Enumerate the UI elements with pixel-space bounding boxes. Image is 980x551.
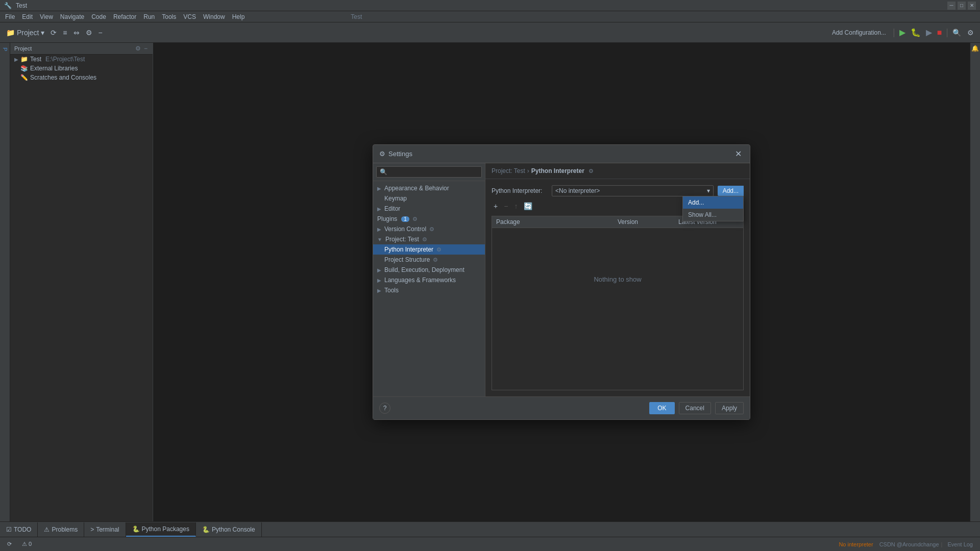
tree-item-test[interactable]: ▶ 📁 Test E:\Project\Test [10, 55, 153, 64]
status-bar: ⟳ ⚠ 0 No interpreter CSDN @Aroundchange … [0, 537, 980, 551]
debug-button[interactable]: 🐛 [909, 27, 923, 38]
settings-item-vcs[interactable]: ▶ Version Control ⚙ [373, 224, 485, 234]
project-dropdown[interactable]: 📁 Project ▾ [4, 28, 46, 38]
settings-search-input[interactable] [376, 166, 482, 178]
menu-vcs[interactable]: VCS [180, 12, 199, 21]
breadcrumb-settings-icon: ⚙ [589, 168, 594, 174]
project-panel: Project ⚙ − ▶ 📁 Test E:\Project\Test 📚 E… [10, 43, 153, 521]
settings-item-languages[interactable]: ▶ Languages & Frameworks [373, 275, 485, 285]
menu-run[interactable]: Run [140, 12, 158, 21]
add-configuration-button[interactable]: Add Configuration... [827, 27, 891, 38]
menu-window[interactable]: Window [200, 12, 228, 21]
expand-arrow: ▶ [377, 227, 381, 232]
tree-item-scratches[interactable]: ✏️ Scratches and Consoles [10, 73, 153, 82]
interpreter-select[interactable]: <No interpreter> ▾ [552, 185, 714, 196]
tab-terminal-label: Terminal [96, 526, 119, 533]
tree-item-path: E:\Project\Test [45, 56, 85, 63]
toolbar-settings[interactable]: ⚙ [84, 28, 94, 38]
tab-todo[interactable]: ☑ TODO [0, 522, 38, 537]
panel-collapse-btn[interactable]: − [143, 45, 149, 52]
breadcrumb-separator: › [527, 167, 529, 174]
apply-button[interactable]: Apply [715, 402, 744, 414]
menu-file[interactable]: File [2, 12, 18, 21]
settings-item-build-exec[interactable]: ▶ Build, Execution, Deployment [373, 265, 485, 275]
minimize-button[interactable]: ─ [947, 2, 955, 10]
menu-refactor[interactable]: Refactor [110, 12, 139, 21]
ok-button[interactable]: OK [649, 402, 674, 414]
settings-button[interactable]: ⚙ [965, 28, 976, 38]
menu-tools[interactable]: Tools [159, 12, 179, 21]
menu-navigate[interactable]: Navigate [57, 12, 87, 21]
settings-label: Editor [384, 205, 400, 212]
status-left: ⟳ ⚠ 0 [4, 540, 35, 548]
tree-item-label: External Libraries [30, 65, 78, 72]
window-controls: ─ □ ✕ [947, 2, 976, 10]
status-spinner: ⟳ [4, 540, 15, 548]
stop-button[interactable]: ■ [935, 27, 944, 38]
settings-item-editor[interactable]: ▶ Editor [373, 204, 485, 214]
maximize-button[interactable]: □ [958, 2, 966, 10]
toolbar-hide[interactable]: − [96, 28, 105, 38]
help-button[interactable]: ? [379, 403, 390, 414]
toolbar-sort[interactable]: ≡ [61, 28, 69, 38]
search-everywhere[interactable]: 🔍 [950, 28, 963, 38]
settings-item-project-test[interactable]: ▼ Project: Test ⚙ [373, 234, 485, 244]
dialog-title-text: Settings [388, 150, 412, 158]
tab-python-packages-label: Python Packages [142, 525, 189, 533]
status-warning: ⚠ 0 [19, 540, 35, 548]
run-with-coverage[interactable]: ▶ [924, 27, 934, 38]
toolbar-left: 📁 Project ▾ ⟳ ≡ ⇔ ⚙ − [4, 28, 105, 38]
add-package-button[interactable]: + [492, 202, 500, 211]
tab-terminal[interactable]: > Terminal [84, 522, 126, 537]
project-icon[interactable]: P [1, 45, 10, 54]
footer-left: ? [379, 403, 390, 414]
status-right: No interpreter CSDN @Aroundchange | Even… [839, 540, 976, 548]
dropdown-show-all-item[interactable]: Show All... [683, 209, 743, 221]
settings-item-tools[interactable]: ▶ Tools [373, 285, 485, 295]
dialog-close-button[interactable]: ✕ [733, 149, 744, 159]
toolbar-sync[interactable]: ⟳ [48, 28, 59, 38]
project-name-toolbar: Test [351, 13, 362, 20]
gear-icon: ⚙ [433, 257, 438, 263]
tab-problems[interactable]: ⚠ Problems [38, 522, 84, 537]
tab-todo-label: TODO [14, 526, 31, 533]
menu-code[interactable]: Code [88, 12, 109, 21]
project-panel-title: Project [14, 45, 32, 52]
menu-view[interactable]: View [37, 12, 56, 21]
dialog-title-group: ⚙ Settings [379, 150, 412, 158]
toolbar-collapse[interactable]: ⇔ [71, 28, 82, 38]
settings-item-plugins[interactable]: Plugins 1 ⚙ [373, 214, 485, 224]
dropdown-add-item[interactable]: Add... [683, 196, 743, 209]
update-package-button[interactable]: ↑ [512, 202, 520, 211]
menu-bar: File Edit View Navigate Code Refactor Ru… [0, 11, 980, 22]
tab-python-console[interactable]: 🐍 Python Console [196, 522, 262, 537]
run-button[interactable]: ▶ [897, 27, 908, 38]
settings-search-container [373, 163, 485, 181]
settings-icon: ⚙ [379, 150, 385, 158]
settings-item-python-interpreter[interactable]: Python Interpreter ⚙ [373, 244, 485, 255]
notifications-icon[interactable]: 🔔 [971, 45, 979, 52]
settings-item-appearance[interactable]: ▶ Appearance & Behavior [373, 183, 485, 193]
refresh-packages-button[interactable]: 🔄 [522, 202, 534, 211]
col-version-header: Version [618, 218, 678, 226]
settings-label: Appearance & Behavior [384, 185, 449, 192]
tree-item-external-libraries[interactable]: 📚 External Libraries [10, 64, 153, 73]
tab-python-packages[interactable]: 🐍 Python Packages [126, 522, 196, 537]
expand-arrow: ▶ [377, 267, 381, 273]
add-interpreter-button[interactable]: Add... [718, 186, 744, 196]
gear-icon: ⚙ [412, 216, 418, 222]
menu-edit[interactable]: Edit [19, 12, 36, 21]
menu-help[interactable]: Help [229, 12, 248, 21]
panel-settings-btn[interactable]: ⚙ [134, 45, 142, 52]
run-controls: ▶ 🐛 ▶ ■ [897, 27, 944, 38]
close-button[interactable]: ✕ [968, 2, 976, 10]
title-bar: 🔧 Test ─ □ ✕ [0, 0, 980, 11]
settings-label: Python Interpreter [384, 246, 433, 253]
settings-item-keymap[interactable]: Keymap [373, 193, 485, 204]
settings-item-project-structure[interactable]: Project Structure ⚙ [373, 255, 485, 265]
cancel-button[interactable]: Cancel [679, 402, 711, 414]
event-log-button[interactable]: Event Log [944, 540, 976, 548]
remove-package-button[interactable]: − [502, 202, 510, 211]
app-title: Test [16, 2, 27, 9]
title-bar-left: 🔧 Test [4, 2, 27, 9]
